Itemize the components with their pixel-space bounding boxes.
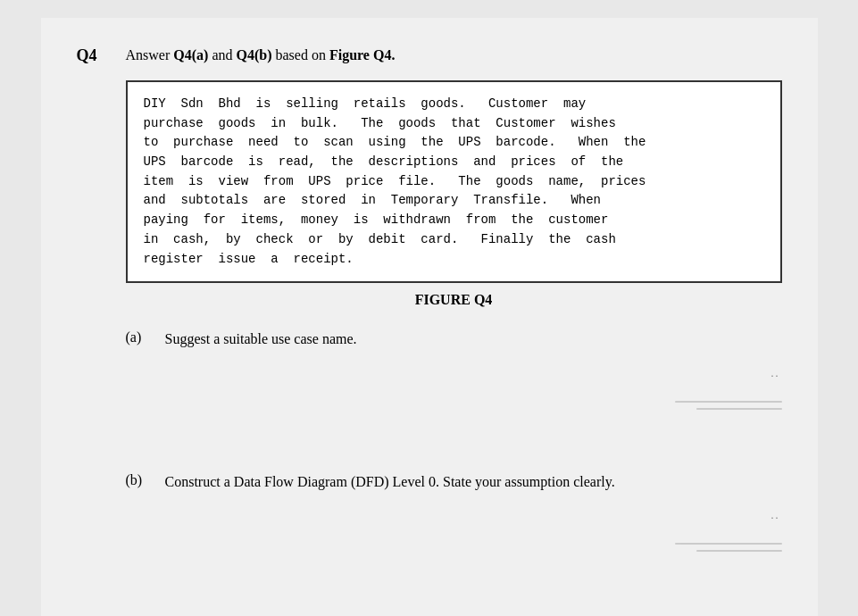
sub-text-b: Construct a Data Flow Diagram (DFD) Leve…	[165, 470, 782, 562]
question-number: Q4	[77, 45, 108, 65]
answer-area-a: ..	[165, 356, 782, 410]
figure-caption: FIGURE Q4	[126, 292, 782, 308]
figure-box: DIY Sdn Bhd is selling retails goods. Cu…	[126, 80, 782, 283]
sub-question-a: (a) Suggest a suitable use case name. ..	[126, 328, 782, 419]
figure-text: DIY Sdn Bhd is selling retails goods. Cu…	[144, 95, 764, 269]
answer-lines-a	[675, 401, 782, 410]
question-content: Answer Q4(a) and Q4(b) based on Figure Q…	[126, 45, 782, 616]
spacer-2	[126, 577, 782, 612]
page: Q4 Answer Q4(a) and Q4(b) based on Figur…	[41, 18, 818, 616]
sub-label-b: (b)	[126, 470, 153, 488]
spacer-sm	[126, 612, 782, 616]
question-block: Q4 Answer Q4(a) and Q4(b) based on Figur…	[77, 45, 782, 616]
dots-a: ..	[771, 365, 780, 382]
spacer-1	[126, 435, 782, 470]
sub-question-b: (b) Construct a Data Flow Diagram (DFD) …	[126, 470, 782, 562]
answer-line	[696, 550, 782, 552]
answer-line	[696, 408, 782, 410]
sub-text-a: Suggest a suitable use case name. ..	[165, 328, 782, 419]
answer-area-b: ..	[165, 498, 782, 552]
answer-line	[675, 401, 782, 403]
answer-line	[675, 543, 782, 545]
question-header: Answer Q4(a) and Q4(b) based on Figure Q…	[126, 45, 782, 66]
answer-lines-b	[675, 543, 782, 552]
sub-label-a: (a)	[126, 328, 153, 345]
dots-b: ..	[771, 507, 780, 524]
